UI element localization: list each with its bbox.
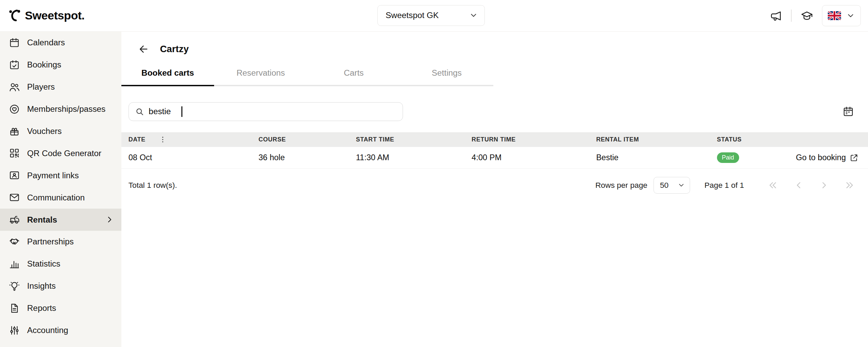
arrow-left-icon xyxy=(138,43,149,55)
sidebar-item-vouchers[interactable]: Vouchers xyxy=(0,120,121,142)
sidebar-item-label: Payment links xyxy=(27,171,79,180)
sidebar-item-label: Vouchers xyxy=(27,126,62,136)
sidebar-item-accounting[interactable]: Accounting xyxy=(0,319,121,342)
last-page-button[interactable] xyxy=(844,179,855,191)
column-header-date: DATE xyxy=(129,135,259,144)
column-header-return-time: RETURN TIME xyxy=(472,136,596,143)
search-input[interactable] xyxy=(149,107,177,116)
tab-settings[interactable]: Settings xyxy=(400,66,493,86)
app-root: Sweetspot. Sweetspot GK xyxy=(0,0,868,347)
chevrons-left-icon xyxy=(768,180,778,191)
header-actions xyxy=(768,0,860,32)
chevron-left-icon xyxy=(793,180,804,191)
chevron-down-icon xyxy=(677,181,685,189)
tab-booked-carts[interactable]: Booked carts xyxy=(121,66,214,86)
gift-icon xyxy=(9,126,20,137)
date-picker-button[interactable] xyxy=(841,105,855,119)
organization-selector[interactable]: Sweetspot GK xyxy=(377,5,485,26)
sidebar-item-players[interactable]: Players xyxy=(0,76,121,98)
top-header: Sweetspot. Sweetspot GK xyxy=(0,0,868,32)
sidebar-item-label: Statistics xyxy=(27,259,60,269)
sidebar-item-insights[interactable]: Insights xyxy=(0,275,121,297)
organization-name: Sweetspot GK xyxy=(386,11,439,20)
tab-carts[interactable]: Carts xyxy=(307,66,400,86)
brand: Sweetspot. xyxy=(8,9,85,22)
chevron-down-icon xyxy=(846,11,855,20)
page-title: Cartzy xyxy=(160,44,189,55)
kebab-menu-icon xyxy=(159,136,167,144)
academy-button[interactable] xyxy=(799,8,814,23)
sidebar-item-communication[interactable]: Communication xyxy=(0,186,121,209)
tab-reservations[interactable]: Reservations xyxy=(214,66,307,86)
column-menu-button[interactable] xyxy=(158,135,167,144)
go-to-booking-link[interactable]: Go to booking xyxy=(796,153,859,162)
sidebar-item-payment-links[interactable]: Payment links xyxy=(0,164,121,186)
cell-date: 08 Oct xyxy=(129,153,259,162)
sidebar-item-calendars[interactable]: Calendars xyxy=(0,32,121,54)
membership-heart-icon xyxy=(9,104,20,115)
players-icon xyxy=(9,81,20,92)
cell-rental-item: Bestie xyxy=(596,153,717,162)
calendar-check-icon xyxy=(9,59,20,70)
chevron-right-icon xyxy=(105,215,114,224)
sidebar-item-statistics[interactable]: Statistics xyxy=(0,253,121,275)
calendar-picker-icon xyxy=(842,106,854,117)
column-header-status: STATUS xyxy=(717,136,859,143)
qr-code-icon xyxy=(9,148,20,159)
pagination-controls: Rows per page 50 Page 1 of 1 xyxy=(595,177,855,194)
language-selector[interactable] xyxy=(822,5,861,26)
sidebar-item-label: Memberships/passes xyxy=(27,104,106,114)
sidebar-item-reports[interactable]: Reports xyxy=(0,297,121,319)
tab-bar: Booked carts Reservations Carts Settings xyxy=(121,66,493,86)
sidebar-item-label: Rentals xyxy=(27,215,57,225)
previous-page-button[interactable] xyxy=(793,179,804,191)
brand-name: Sweetspot. xyxy=(25,9,85,22)
chevron-down-icon xyxy=(469,11,478,20)
payment-link-icon xyxy=(9,170,20,181)
sidebar-item-bookings[interactable]: Bookings xyxy=(0,54,121,76)
announcements-button[interactable] xyxy=(768,8,783,23)
bar-chart-icon xyxy=(9,258,20,269)
toolbar xyxy=(121,102,868,121)
page-header: Cartzy xyxy=(121,32,868,66)
external-link-icon xyxy=(850,153,858,162)
sliders-icon xyxy=(9,325,20,336)
sidebar-item-label: Reports xyxy=(27,303,56,313)
cell-course: 36 hole xyxy=(258,153,356,162)
sidebar-item-memberships[interactable]: Memberships/passes xyxy=(0,98,121,120)
sidebar-item-label: Players xyxy=(27,82,55,92)
sidebar-item-partnerships[interactable]: Partnerships xyxy=(0,231,121,253)
rows-per-page-select[interactable]: 50 xyxy=(654,177,690,194)
table-header-row: DATE COURSE START TIME RETURN TIME RENTA… xyxy=(121,132,868,147)
search-icon xyxy=(135,107,145,117)
sidebar-item-rentals[interactable]: Rentals xyxy=(0,209,121,231)
page-info: Page 1 of 1 xyxy=(704,181,744,190)
header-divider xyxy=(791,10,792,22)
cell-start-time: 11:30 AM xyxy=(356,153,472,162)
table-row[interactable]: 08 Oct 36 hole 11:30 AM 4:00 PM Bestie P… xyxy=(121,147,868,168)
sidebar-item-qr-code-generator[interactable]: QR Code Generator xyxy=(0,142,121,164)
cell-return-time: 4:00 PM xyxy=(472,153,596,162)
booked-carts-table: DATE COURSE START TIME RETURN TIME RENTA… xyxy=(121,132,868,169)
table-footer: Total 1 row(s). Rows per page 50 Page 1 … xyxy=(121,177,868,194)
back-button[interactable] xyxy=(137,42,151,56)
sidebar-item-label: QR Code Generator xyxy=(27,149,102,158)
column-header-start-time: START TIME xyxy=(356,136,472,143)
handshake-icon xyxy=(9,236,20,247)
rows-per-page-label: Rows per page xyxy=(595,181,647,190)
sidebar-item-label: Calendars xyxy=(27,38,65,47)
mail-icon xyxy=(9,192,20,203)
next-page-button[interactable] xyxy=(818,179,830,191)
sidebar-item-label: Communication xyxy=(27,193,85,202)
status-badge: Paid xyxy=(717,152,739,163)
text-cursor xyxy=(181,106,182,117)
row-count-text: Total 1 row(s). xyxy=(129,181,177,190)
document-icon xyxy=(9,303,20,314)
megaphone-icon xyxy=(769,10,782,22)
first-page-button[interactable] xyxy=(767,179,779,191)
sidebar: Calendars Bookings Players Memberships/p… xyxy=(0,32,121,347)
cell-status: Paid xyxy=(717,152,796,163)
sidebar-item-label: Accounting xyxy=(27,326,68,335)
sidebar-item-label: Insights xyxy=(27,281,56,291)
lightbulb-icon xyxy=(9,281,20,291)
